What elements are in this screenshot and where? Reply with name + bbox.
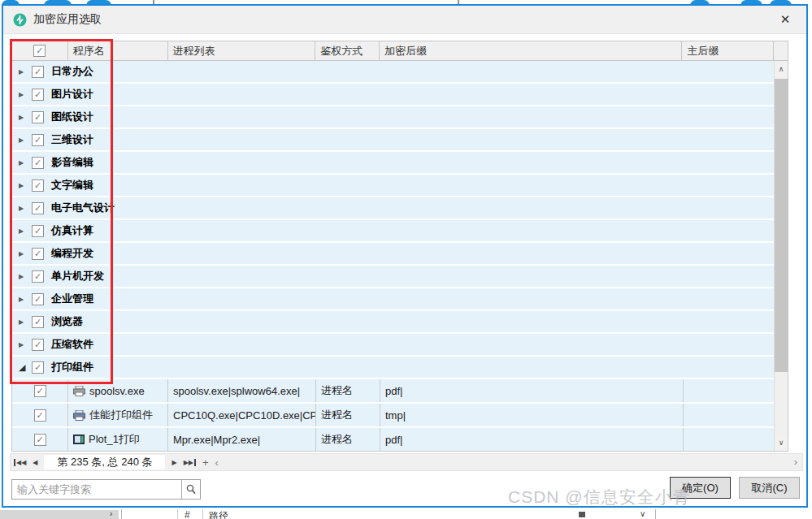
tree-group-row[interactable]: 编程开发 xyxy=(12,243,788,266)
dialog-titlebar: 加密应用选取 ✕ xyxy=(3,6,806,34)
group-checkbox[interactable] xyxy=(32,134,44,146)
expand-arrow-icon[interactable] xyxy=(19,114,32,121)
background-column-hash: # xyxy=(185,509,190,519)
cancel-button[interactable]: 取消(C) xyxy=(739,477,800,499)
append-record-button[interactable]: + xyxy=(202,456,209,469)
column-header-process-list[interactable]: 进程列表 xyxy=(168,41,316,61)
background-divider xyxy=(121,509,122,519)
expand-arrow-icon[interactable] xyxy=(19,296,32,303)
expand-arrow-icon[interactable] xyxy=(19,205,32,212)
tree-group-row[interactable]: 影音编辑 xyxy=(12,152,788,175)
expand-arrow-icon[interactable] xyxy=(19,250,32,257)
group-checkbox[interactable] xyxy=(32,248,44,260)
row-checkbox[interactable] xyxy=(34,409,46,422)
column-header-program[interactable]: 程序名 xyxy=(68,41,168,61)
next-record-button[interactable]: ▶ xyxy=(172,459,176,466)
hscroll-right-icon[interactable]: › xyxy=(794,456,797,468)
column-header-enc-suffix[interactable]: 加密后缀 xyxy=(380,41,682,61)
tree-group-row[interactable]: 日常办公 xyxy=(12,61,788,84)
column-header-main-suffix[interactable]: 主后缀 xyxy=(682,41,774,61)
auth-mode-cell: 进程名 xyxy=(316,428,380,451)
background-divider xyxy=(655,509,656,519)
expand-arrow-icon[interactable] xyxy=(19,341,32,348)
dialog-title: 加密应用选取 xyxy=(33,12,102,27)
process-list-cell: spoolsv.exe|splwow64.exe| xyxy=(168,379,316,402)
tree-group-row[interactable]: 单片机开发 xyxy=(12,266,788,288)
app-row[interactable]: spoolsv.exe spoolsv.exe|splwow64.exe| 进程… xyxy=(12,379,788,404)
group-label: 图纸设计 xyxy=(51,110,93,124)
tree-group-row-expanded[interactable]: 打印组件 xyxy=(12,357,788,379)
program-name-cell: 佳能打印组件 xyxy=(68,404,168,426)
group-label: 电子电气设计 xyxy=(51,201,115,215)
tree-group-row[interactable]: 企业管理 xyxy=(12,288,788,311)
group-checkbox[interactable] xyxy=(32,339,44,351)
expand-arrow-icon[interactable] xyxy=(19,91,32,98)
plot-icon xyxy=(73,435,85,444)
prev-record-button[interactable]: ◀ xyxy=(33,459,37,466)
record-count-text: 第 235 条, 总 240 条 xyxy=(44,455,165,469)
group-checkbox[interactable] xyxy=(32,316,44,328)
enc-suffix-cell: pdf| xyxy=(380,428,684,451)
program-name-cell: Plot_1打印 xyxy=(68,428,168,451)
program-name: spoolsv.exe xyxy=(89,385,145,397)
column-header-auth-mode[interactable]: 鉴权方式 xyxy=(315,41,380,61)
background-app-bottom-strip: › # 路径 ∨ xyxy=(0,509,812,519)
ok-button[interactable]: 确定(O) xyxy=(670,477,731,499)
row-checkbox-cell xyxy=(12,404,68,426)
group-checkbox[interactable] xyxy=(32,293,44,305)
expand-arrow-icon[interactable] xyxy=(19,227,32,235)
program-name: Plot_1打印 xyxy=(89,432,140,447)
expand-arrow-icon[interactable] xyxy=(19,318,32,326)
grid-header-row: 程序名 进程列表 鉴权方式 加密后缀 主后缀 xyxy=(12,41,788,61)
tree-group-row[interactable]: 图片设计 xyxy=(12,84,788,106)
group-checkbox[interactable] xyxy=(32,66,44,78)
app-row[interactable]: 佳能打印组件 CPC10Q.exe|CPC10D.exe|CP... 进程名 t… xyxy=(12,404,788,428)
group-checkbox[interactable] xyxy=(32,202,44,214)
row-checkbox[interactable] xyxy=(34,385,46,397)
column-header-filler xyxy=(774,41,788,61)
record-pager-bar: ◀◀ ◀ 第 235 条, 总 240 条 ▶ ▶▶ + ‹ › xyxy=(10,453,803,471)
group-label: 打印组件 xyxy=(51,360,93,374)
close-icon[interactable]: ✕ xyxy=(777,11,793,28)
scroll-down-icon[interactable]: ∨ xyxy=(775,435,788,451)
expand-arrow-icon[interactable] xyxy=(19,136,32,144)
tree-group-row[interactable]: 仿真计算 xyxy=(12,220,788,243)
collapse-arrow-icon[interactable] xyxy=(19,362,32,373)
group-checkbox[interactable] xyxy=(32,270,44,283)
search-icon xyxy=(186,484,196,495)
tree-group-row[interactable]: 电子电气设计 xyxy=(12,197,788,220)
expand-arrow-icon[interactable] xyxy=(19,159,32,167)
group-checkbox[interactable] xyxy=(32,111,44,123)
group-label: 浏览器 xyxy=(51,314,83,329)
auth-mode-cell: 进程名 xyxy=(316,379,380,402)
tree-group-row[interactable]: 浏览器 xyxy=(12,311,788,334)
tree-group-row[interactable]: 三维设计 xyxy=(12,129,788,152)
group-label: 三维设计 xyxy=(51,132,93,147)
group-label: 仿真计算 xyxy=(51,223,93,238)
vertical-scrollbar[interactable]: ∧ ∨ xyxy=(774,61,788,451)
app-row[interactable]: Plot_1打印 Mpr.exe|Mpr2.exe| 进程名 pdf| xyxy=(12,428,788,452)
expand-arrow-icon[interactable] xyxy=(19,273,32,280)
tree-group-row[interactable]: 压缩软件 xyxy=(12,334,788,357)
group-checkbox[interactable] xyxy=(32,361,44,374)
expand-arrow-icon[interactable] xyxy=(19,182,32,189)
group-checkbox[interactable] xyxy=(32,225,44,237)
tree-group-row[interactable]: 图纸设计 xyxy=(12,106,788,129)
search-button[interactable] xyxy=(181,480,200,499)
group-checkbox[interactable] xyxy=(32,89,44,101)
vertical-scrollbar-thumb[interactable] xyxy=(775,79,788,372)
last-record-button[interactable]: ▶▶ xyxy=(184,459,196,466)
scroll-up-icon[interactable]: ∧ xyxy=(775,61,788,77)
select-all-column-header[interactable] xyxy=(12,41,68,61)
row-checkbox[interactable] xyxy=(34,434,46,446)
search-input[interactable] xyxy=(12,480,181,499)
printer-icon xyxy=(73,410,85,421)
app-icon xyxy=(13,13,27,27)
hscroll-left-icon[interactable]: ‹ xyxy=(215,456,219,469)
first-record-button[interactable]: ◀◀ xyxy=(14,459,26,466)
tree-group-row[interactable]: 文字编辑 xyxy=(12,175,788,197)
group-checkbox[interactable] xyxy=(32,179,44,192)
expand-arrow-icon[interactable] xyxy=(19,68,32,76)
select-all-checkbox[interactable] xyxy=(33,45,46,57)
group-checkbox[interactable] xyxy=(32,157,44,169)
